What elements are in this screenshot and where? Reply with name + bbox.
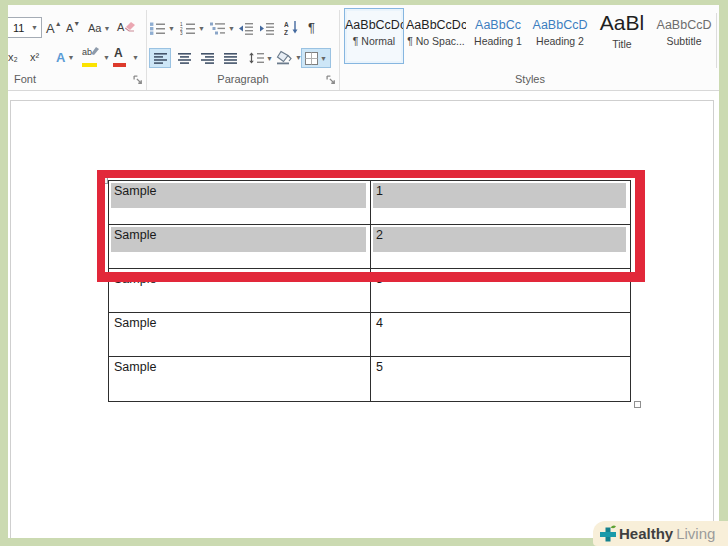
highlight-color-swatch (82, 63, 97, 67)
show-paragraph-marks-button[interactable]: ¶ (308, 17, 315, 37)
styles-group-label: Styles (344, 73, 716, 85)
align-center-button[interactable] (173, 48, 195, 68)
style-label: Title (592, 38, 652, 50)
table-cell[interactable]: 5 (371, 357, 630, 401)
grow-font-button[interactable]: A ▲ (46, 18, 62, 38)
table-move-handle[interactable] (101, 177, 108, 184)
numbering-button[interactable]: 1 2 3 ▼ (180, 18, 205, 38)
align-center-icon (178, 53, 191, 64)
align-left-icon (154, 53, 167, 64)
superscript-button[interactable]: x² (30, 47, 39, 67)
bullet-list-icon (150, 22, 166, 35)
text-effects-letter: A (56, 50, 65, 65)
cell-text: 3 (376, 272, 383, 286)
chevron-down-icon: ▼ (103, 25, 110, 32)
table-cell[interactable]: Sample (109, 181, 371, 224)
eraser-icon (122, 21, 135, 33)
text-effects-button[interactable]: A ▼ (56, 47, 74, 67)
font-color-letter: A (114, 46, 123, 60)
table-cell[interactable]: 1 (371, 181, 630, 224)
font-color-button[interactable]: A (112, 46, 127, 67)
chevron-down-icon: ▼ (67, 54, 74, 61)
style-preview: AaBl (592, 11, 652, 35)
highlight-color-button[interactable]: ab (82, 47, 99, 67)
table-cell[interactable]: Sample (109, 225, 371, 268)
style-preview: AaBbCcDc (345, 18, 403, 32)
chevron-down-icon[interactable]: ▼ (132, 54, 139, 61)
borders-button[interactable]: ▼ (301, 48, 331, 68)
style-heading-1[interactable]: AaBbCc Heading 1 (468, 8, 528, 64)
grow-font-letter: A (46, 21, 55, 36)
sort-button[interactable]: A Z (284, 17, 299, 37)
shrink-font-letter: A (66, 22, 73, 34)
font-size-value[interactable]: 11 (8, 22, 31, 34)
multilevel-list-button[interactable]: ▼ (210, 18, 235, 38)
frame-border-top (0, 0, 728, 5)
style-title[interactable]: AaBl Title (592, 8, 652, 64)
style-heading-2[interactable]: AaBbCcD Heading 2 (530, 8, 590, 64)
style-preview: AaBbCc (468, 18, 528, 32)
decrease-indent-button[interactable] (238, 18, 254, 38)
decrease-indent-icon (238, 22, 254, 35)
brand-text-light: Living (676, 525, 715, 542)
cross-leaf-icon (599, 525, 617, 543)
style-label: ¶ Normal (345, 35, 403, 47)
clear-formatting-button[interactable]: A (117, 17, 135, 37)
align-left-button[interactable] (149, 48, 171, 68)
cell-text: 5 (376, 360, 383, 374)
shading-button[interactable]: ▼ (276, 47, 302, 67)
selection-highlight (373, 183, 626, 208)
paint-bucket-icon (276, 50, 293, 65)
ribbon: 11 ▼ A ▲ A ▼ Aa ▼ A x₂ x² A ▼ ab ▼ A (0, 5, 719, 91)
superscript-letters: x² (30, 51, 39, 63)
cell-text: 2 (376, 228, 383, 242)
style-label: Heading 2 (530, 35, 590, 47)
caret-down-icon: ▼ (73, 20, 80, 27)
justify-button[interactable] (219, 48, 241, 68)
cell-text: Sample (114, 184, 156, 198)
borders-grid-icon (305, 52, 318, 65)
table-cell[interactable]: 2 (371, 225, 630, 268)
increase-indent-icon (259, 22, 275, 35)
table-cell[interactable]: Sample (109, 269, 371, 312)
subscript-button[interactable]: x₂ (8, 47, 18, 67)
style-preview: AaBbCcDc (406, 18, 466, 32)
line-spacing-button[interactable]: ▼ (248, 48, 273, 68)
multilevel-list-icon (210, 22, 226, 35)
style-subtitle[interactable]: AaBbCcD Subtitle (654, 8, 714, 64)
cell-text: 4 (376, 316, 383, 330)
table-cell[interactable]: 4 (371, 313, 630, 356)
align-right-button[interactable] (196, 48, 218, 68)
style-preview: AaBbCcD (654, 18, 714, 32)
chevron-down-icon: ▼ (168, 25, 175, 32)
font-size-combo[interactable]: 11 ▼ (8, 17, 42, 38)
styles-gallery-edge (716, 13, 717, 68)
chevron-down-icon: ▼ (320, 55, 327, 62)
table-row: Sample 1 (109, 181, 630, 225)
bullets-button[interactable]: ▼ (150, 18, 175, 38)
paragraph-group-label: Paragraph (150, 73, 336, 85)
svg-text:Z: Z (284, 28, 288, 35)
paragraph-dialog-launcher-icon[interactable] (326, 75, 337, 86)
style-preview: AaBbCcD (530, 18, 590, 32)
font-group-label: Font (14, 73, 36, 85)
increase-indent-button[interactable] (259, 18, 275, 38)
cell-text: Sample (114, 316, 156, 330)
pilcrow-icon: ¶ (308, 20, 315, 35)
style-label: ¶ No Spac... (406, 35, 466, 47)
cell-text: Sample (114, 360, 156, 374)
shrink-font-button[interactable]: A ▼ (66, 18, 80, 38)
style-no-spacing[interactable]: AaBbCcDc ¶ No Spac... (406, 8, 466, 64)
cell-text: Sample (114, 228, 156, 242)
table-resize-handle[interactable] (634, 401, 641, 408)
table-cell[interactable]: Sample (109, 313, 371, 356)
chevron-down-icon[interactable]: ▼ (31, 24, 41, 31)
table-cell[interactable]: Sample (109, 357, 371, 401)
style-label: Heading 1 (468, 35, 528, 47)
chevron-down-icon: ▼ (198, 25, 205, 32)
table-cell[interactable]: 3 (371, 269, 630, 312)
change-case-button[interactable]: Aa ▼ (88, 18, 110, 38)
font-dialog-launcher-icon[interactable] (133, 75, 144, 86)
chevron-down-icon[interactable]: ▼ (103, 54, 110, 61)
style-normal[interactable]: AaBbCcDc ¶ Normal (344, 8, 404, 64)
